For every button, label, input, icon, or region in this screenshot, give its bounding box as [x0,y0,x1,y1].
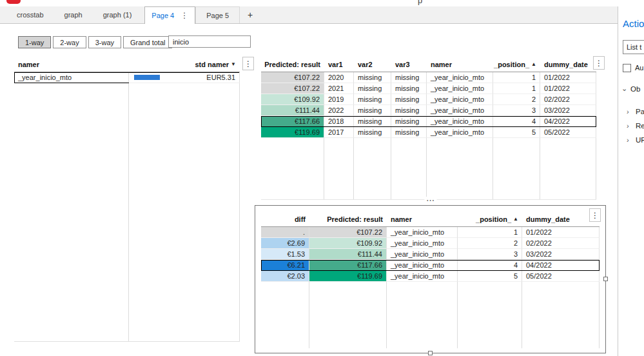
cell-var1[interactable]: 2021 [324,83,354,94]
crosstab-row-selected[interactable]: _year_inicio_mto EUR5.31 [14,72,240,83]
column-header-dummy-date[interactable]: dummy_date [522,212,600,226]
cell-dummy-date[interactable]: 02/2022 [522,238,600,249]
column-header-var3[interactable]: var3 [391,57,427,72]
tab-crosstab[interactable]: crosstab [8,6,53,23]
panel-section-url-links[interactable]: › UR [627,136,644,144]
cell-position[interactable]: 1 [493,83,540,94]
cell-var3[interactable]: missing [391,72,427,83]
cell-diff[interactable]: €2.03 [261,271,309,282]
cell-dummy-date[interactable]: 01/2022 [540,83,596,94]
cell-result[interactable]: €109.92 [261,94,324,105]
table-row[interactable]: €2.03 €119.69 _year_inicio_mto 5 05/2022 [261,271,600,282]
cell-result[interactable]: €107.22 [309,227,387,238]
cell-result[interactable]: €119.69 [261,127,324,138]
cell-result[interactable]: €111.44 [261,105,324,116]
cell-dummy-date[interactable]: 05/2022 [540,127,596,138]
list-table-bottom-selected-object[interactable]: ⋯ ⋮ diff Predicted: result namer _positi… [255,205,606,353]
cell-position[interactable]: 4 [493,116,540,127]
table-row[interactable]: €1.53 €111.44 _year_inicio_mto 3 03/2022 [261,249,600,260]
cell-var3[interactable]: missing [391,83,427,94]
cell-dummy-date[interactable]: 01/2022 [522,227,600,238]
cell-std-namer[interactable]: EUR5.31 [129,72,240,83]
table-row[interactable]: . €107.22 _year_inicio_mto 1 01/2022 [261,227,600,238]
cell-position[interactable]: 5 [493,127,540,138]
cell-result[interactable]: €111.44 [309,249,387,260]
cell-result[interactable]: €117.66 [309,260,387,271]
cell-var2[interactable]: missing [354,72,391,83]
cell-var2[interactable]: missing [354,94,391,105]
cell-var1[interactable]: 2018 [324,116,354,127]
column-header-namer[interactable]: namer [427,57,493,72]
cell-namer[interactable]: _year_inicio_mto [427,105,493,116]
cell-namer[interactable]: _year_inicio_mto [14,72,129,83]
cell-var3[interactable]: missing [391,105,427,116]
cell-position[interactable]: 4 [458,260,522,271]
cell-var3[interactable]: missing [391,127,427,138]
cell-diff[interactable]: €6.21 [261,260,309,271]
cell-namer[interactable]: _year_inicio_mto [387,227,458,238]
table-row[interactable]: €2.69 €109.92 _year_inicio_mto 2 02/2022 [261,238,600,249]
text-input-inicio[interactable] [168,35,251,48]
table-row[interactable]: €119.69 2017 missing missing _year_inici… [261,127,596,138]
cell-var1[interactable]: 2017 [324,127,354,138]
cell-var1[interactable]: 2022 [324,105,354,116]
table-row-selected[interactable]: €117.66 2018 missing missing _year_inici… [261,116,596,127]
cell-dummy-date[interactable]: 02/2022 [540,94,596,105]
tab-graph[interactable]: graph [55,6,92,23]
column-header-predicted-result[interactable]: Predicted: result [261,57,324,72]
button-1-way[interactable]: 1-way [18,36,51,48]
column-header-namer[interactable]: namer [387,212,458,226]
column-header-dummy-date[interactable]: dummy_date [540,57,596,72]
button-grand-total[interactable]: Grand total [123,36,172,48]
cell-var1[interactable]: 2020 [324,72,354,83]
cell-namer[interactable]: _year_inicio_mto [427,94,493,105]
button-3-way[interactable]: 3-way [88,36,121,48]
table-row[interactable]: €109.92 2019 missing missing _year_inici… [261,94,596,105]
cell-dummy-date[interactable]: 01/2022 [540,72,596,83]
cell-result[interactable]: €107.22 [261,83,324,94]
cell-result[interactable]: €119.69 [309,271,387,282]
cell-var1[interactable]: 2019 [324,94,354,105]
button-2-way[interactable]: 2-way [53,36,86,48]
cell-var3[interactable]: missing [391,116,427,127]
table-row[interactable]: €107.22 2020 missing missing _year_inici… [261,72,596,83]
column-header-predicted-result[interactable]: Predicted: result [309,212,387,226]
cell-position[interactable]: 1 [493,72,540,83]
add-page-plus-icon[interactable]: + [240,6,260,23]
panel-section-page-links[interactable]: › Pag [627,108,644,115]
cell-position[interactable]: 1 [458,227,522,238]
panel-section-report-links[interactable]: › Rep [627,122,644,130]
move-handle-icon[interactable]: ⋯ [424,197,436,204]
cell-namer[interactable]: _year_inicio_mto [427,72,493,83]
cell-result[interactable]: €107.22 [261,72,324,83]
tab-graph-1[interactable]: graph (1) [94,6,141,23]
cell-var2[interactable]: missing [354,83,391,94]
resize-handle-right[interactable] [603,277,608,281]
list-table-bottom[interactable]: diff Predicted: result namer _position_ … [261,212,600,348]
tab-menu-vertical-ellipsis-icon[interactable]: ⋮ [181,11,188,20]
list-table-top[interactable]: Predicted: result var1 var2 var3 namer _… [261,57,596,200]
table-row[interactable]: €111.44 2022 missing missing _year_inici… [261,105,596,116]
cell-namer[interactable]: _year_inicio_mto [427,116,493,127]
cell-position[interactable]: 3 [493,105,540,116]
column-header-var2[interactable]: var2 [354,57,391,72]
panel-section-objects[interactable]: ⌄ Ob [621,84,640,93]
cell-dummy-date[interactable]: 04/2022 [540,116,596,127]
cell-result[interactable]: €109.92 [309,238,387,249]
cell-dummy-date[interactable]: 03/2022 [522,249,600,260]
tab-page-4[interactable]: Page 4 ⋮ [144,6,195,24]
cell-diff[interactable]: . [261,227,309,238]
cell-dummy-date[interactable]: 04/2022 [522,260,600,271]
crosstab-table[interactable]: namer std namer ▼ _year_inicio_mto EUR5.… [14,57,240,342]
table-row-selected[interactable]: €6.21 €117.66 _year_inicio_mto 4 04/2022 [261,260,600,271]
column-header-namer[interactable]: namer [14,57,129,72]
column-header-diff[interactable]: diff [261,212,309,226]
list-table-bottom-menu-button[interactable]: ⋮ [589,208,601,222]
cell-namer[interactable]: _year_inicio_mto [387,260,458,271]
cell-position[interactable]: 2 [493,94,540,105]
column-header-position[interactable]: _position_ ▲ [458,212,522,226]
cell-namer[interactable]: _year_inicio_mto [387,249,458,260]
cell-position[interactable]: 3 [458,249,522,260]
column-header-position[interactable]: _position_ ▲ [493,57,540,72]
cell-namer[interactable]: _year_inicio_mto [427,127,493,138]
